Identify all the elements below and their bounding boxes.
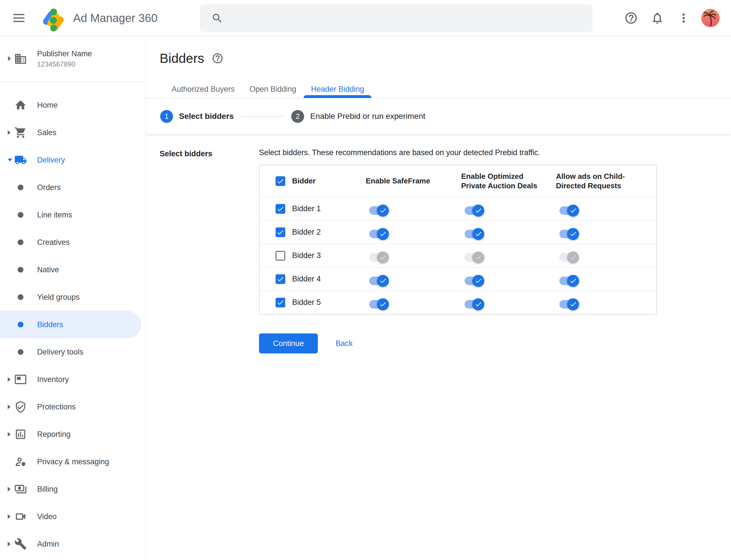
- bullet-icon: [14, 318, 27, 331]
- row-checkbox[interactable]: [276, 251, 285, 261]
- cart-icon: [14, 126, 27, 139]
- column-header-child-directed: Allow ads on Child-Directed Requests: [556, 172, 656, 191]
- sidebar-item-label: Video: [37, 512, 57, 521]
- page-help-icon[interactable]: [212, 52, 224, 64]
- sidebar-item-label: Privacy & messaging: [37, 457, 109, 466]
- step-1: 1Select bidders: [160, 110, 234, 123]
- chart-icon: [14, 428, 27, 441]
- column-header-optimized-deals: Enable Optimized Private Auction Deals: [461, 172, 556, 191]
- building-icon: [14, 52, 27, 65]
- sidebar-item-label: Delivery tools: [37, 348, 83, 357]
- search-input[interactable]: [230, 7, 584, 30]
- sidebar-item-label: Billing: [37, 485, 58, 494]
- privacy-icon: [14, 455, 27, 468]
- sidebar-item-label: Delivery: [37, 156, 65, 165]
- step-label: Enable Prebid or run experiment: [310, 112, 425, 121]
- sidebar-item-bidders[interactable]: Bidders: [0, 311, 146, 338]
- sidebar-item-delivery[interactable]: Delivery: [0, 146, 146, 174]
- topbar-actions: [615, 8, 720, 28]
- back-link[interactable]: Back: [336, 339, 353, 348]
- section-label: Select bidders: [160, 148, 259, 353]
- step-label: Select bidders: [179, 112, 234, 121]
- sidebar-item-reporting[interactable]: Reporting: [0, 421, 146, 448]
- bullet-icon: [14, 263, 27, 276]
- table-row: Bidder 5: [260, 291, 656, 314]
- table-row: Bidder 4: [260, 267, 656, 291]
- sidebar-item-yield-groups[interactable]: Yield groups: [0, 283, 146, 311]
- publisher-selector[interactable]: Publisher Name 1234567890: [0, 36, 146, 82]
- stepper: 1Select bidders2Enable Prebid or run exp…: [146, 98, 731, 135]
- step-number: 2: [291, 110, 304, 123]
- collapse-arrow-icon: [8, 159, 12, 161]
- sidebar-item-admin[interactable]: Admin: [0, 530, 146, 558]
- sidebar-item-orders[interactable]: Orders: [0, 174, 146, 201]
- bidder-name: Bidder 5: [292, 298, 366, 307]
- step-number: 1: [160, 110, 173, 123]
- wrench-icon: [14, 537, 27, 551]
- expand-arrow-icon: [8, 542, 11, 546]
- sidebar-nav: HomeSalesDeliveryOrdersLine itemsCreativ…: [0, 82, 146, 558]
- expand-arrow-icon: [8, 432, 11, 437]
- publisher-name: Publisher Name: [37, 49, 146, 58]
- sidebar-item-label: Protections: [37, 403, 76, 411]
- row-checkbox[interactable]: [276, 274, 285, 284]
- sidebar-item-privacy-messaging[interactable]: Privacy & messaging: [0, 448, 146, 475]
- continue-button[interactable]: Continue: [259, 333, 318, 353]
- more-vertical-icon[interactable]: [673, 8, 694, 28]
- table-row: Bidder 3: [260, 244, 656, 267]
- column-header-safeframe: Enable SafeFrame: [366, 176, 461, 186]
- sidebar-item-label: Inventory: [37, 375, 69, 384]
- truck-icon: [14, 153, 27, 167]
- step-connector: [241, 116, 284, 117]
- sidebar-item-label: Line items: [37, 211, 72, 219]
- description-text: Select bidders. These recommendations ar…: [259, 148, 657, 157]
- sidebar-item-creatives[interactable]: Creatives: [0, 229, 146, 256]
- sidebar-item-inventory[interactable]: Inventory: [0, 366, 146, 393]
- row-checkbox[interactable]: [276, 227, 285, 237]
- sidebar-item-home[interactable]: Home: [0, 91, 146, 119]
- sidebar-item-billing[interactable]: Billing: [0, 475, 146, 503]
- bidder-name: Bidder 3: [292, 251, 366, 260]
- product-name: Ad Manager 360: [73, 12, 158, 25]
- sidebar-item-video[interactable]: Video: [0, 503, 146, 530]
- tab-authorized-buyers[interactable]: Authorized Buyers: [164, 80, 242, 98]
- expand-arrow-icon: [8, 405, 11, 409]
- avatar[interactable]: [701, 9, 720, 27]
- sidebar-item-delivery-tools[interactable]: Delivery tools: [0, 338, 146, 366]
- sidebar-item-sales[interactable]: Sales: [0, 119, 146, 146]
- videocam-icon: [14, 510, 27, 523]
- row-checkbox[interactable]: [276, 298, 285, 307]
- table-header-row: Bidder Enable SafeFrame Enable Optimized…: [260, 165, 656, 197]
- row-checkbox[interactable]: [276, 204, 285, 214]
- sidebar-item-label: Home: [37, 101, 58, 110]
- help-icon[interactable]: [621, 8, 641, 28]
- bell-icon[interactable]: [647, 8, 668, 28]
- select-all-checkbox[interactable]: [276, 176, 285, 186]
- table-row: Bidder 2: [260, 220, 656, 244]
- publisher-id: 1234567890: [37, 60, 146, 68]
- tab-open-bidding[interactable]: Open Bidding: [242, 80, 304, 98]
- expand-arrow-icon: [8, 377, 11, 382]
- bidder-name: Bidder 2: [292, 228, 366, 237]
- tab-header-bidding[interactable]: Header Bidding: [304, 80, 371, 98]
- menu-icon[interactable]: [13, 12, 25, 24]
- sidebar-item-native[interactable]: Native: [0, 256, 146, 283]
- sidebar-item-label: Sales: [37, 128, 57, 137]
- bidder-name: Bidder 1: [292, 204, 366, 213]
- search-bar[interactable]: [200, 4, 592, 32]
- page-title: Bidders: [160, 51, 204, 66]
- payments-icon: [14, 483, 27, 496]
- sidebar-item-protections[interactable]: Protections: [0, 393, 146, 421]
- step-2: 2Enable Prebid or run experiment: [291, 110, 425, 123]
- expand-arrow-icon: [8, 487, 11, 491]
- column-header-bidder: Bidder: [292, 176, 366, 186]
- search-icon: [211, 12, 223, 24]
- sidebar-item-label: Native: [37, 265, 59, 274]
- sidebar-item-label: Yield groups: [37, 293, 80, 302]
- main-content: Bidders Authorized BuyersOpen BiddingHea…: [146, 36, 731, 560]
- sidebar: Publisher Name 1234567890 HomeSalesDeliv…: [0, 36, 146, 560]
- sidebar-item-line-items[interactable]: Line items: [0, 201, 146, 229]
- sidebar-item-label: Bidders: [37, 320, 63, 329]
- home-icon: [14, 99, 27, 112]
- expand-arrow-icon: [8, 56, 11, 61]
